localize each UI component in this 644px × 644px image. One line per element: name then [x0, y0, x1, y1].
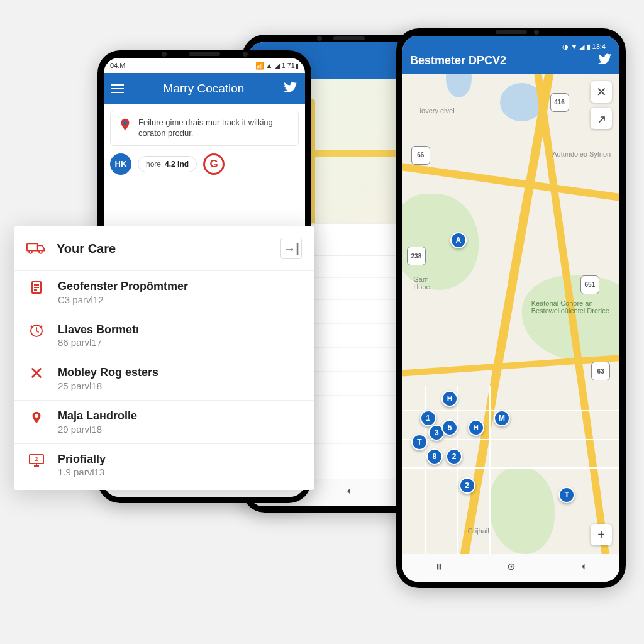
map-pin[interactable]: H — [441, 391, 458, 407]
pin-icon — [28, 409, 45, 426]
route-shield: 238 — [407, 247, 426, 265]
chip-row: HK hore 4.2 Ind G — [104, 152, 305, 181]
refresh-icon[interactable]: G — [203, 153, 225, 175]
item-title: Maja Lанdrolle — [58, 409, 137, 423]
item-title: Llaves Bormetı — [58, 323, 139, 336]
nav-recents-icon[interactable] — [433, 561, 445, 575]
item-title: Geofenster Propômtmer — [58, 280, 188, 293]
monitor-icon: 2 — [28, 453, 45, 468]
status-right: ◑ ▼ ◢ ▮ 13:4 — [562, 43, 606, 51]
map-label: Keatorial Conore an Bestowelloûlentel Dr… — [531, 299, 613, 314]
app-title: Marry Cocation — [131, 82, 276, 96]
map-pin[interactable]: H — [468, 419, 484, 436]
map-label: Autondoleo Syfnon — [541, 150, 611, 158]
svg-point-11 — [39, 250, 42, 253]
route-shield: 63 — [591, 362, 610, 380]
location-pin-icon — [118, 118, 132, 131]
svg-rect-0 — [437, 564, 438, 570]
x-icon — [28, 366, 45, 380]
truck-icon — [26, 240, 45, 258]
map-pin[interactable]: 2 — [446, 448, 462, 465]
statusbar-p3: ◑ ▼ ◢ ▮ 13:4 — [410, 41, 612, 52]
nav-home-icon[interactable] — [506, 561, 517, 575]
title-p3: Bestmeter DPCV2 — [410, 54, 598, 67]
svg-point-14 — [35, 414, 38, 418]
card-title: Your Care — [57, 242, 116, 256]
svg-text:2: 2 — [35, 456, 38, 462]
svg-point-10 — [29, 250, 32, 253]
status-time: 04.M — [110, 62, 125, 69]
your-care-card: Your Care →| Geofenster Propômtmer C3 pa… — [14, 226, 314, 490]
close-button[interactable]: ✕ — [591, 81, 612, 103]
map-pin[interactable]: M — [494, 410, 510, 426]
share-button[interactable] — [591, 108, 612, 129]
route-shield: 416 — [550, 93, 569, 112]
twitter-icon[interactable] — [598, 52, 612, 69]
twitter-icon[interactable] — [284, 80, 297, 97]
appbar-p1: Marry Cocation — [104, 73, 305, 104]
statusbar-p1: 04.M 📶▲ ◢ 1 71▮ — [104, 58, 305, 73]
android-nav — [402, 554, 619, 582]
status-right: ▲ ◢ 1 71▮ — [266, 62, 299, 70]
doc-icon — [28, 280, 45, 295]
list-item[interactable]: Mobley Rog esters 25 parvl18 — [14, 357, 314, 400]
map-pin[interactable]: 1 — [420, 410, 436, 426]
item-subtitle: C3 parvl12 — [58, 294, 188, 305]
map-label: lovery eivel — [420, 107, 455, 114]
route-shield: 651 — [580, 275, 599, 294]
svg-rect-9 — [27, 243, 38, 250]
route-shield: 66 — [411, 146, 430, 165]
list-item[interactable]: 2 Priofially 1.9 parvl13 — [14, 444, 314, 487]
map-p3[interactable]: ✕ + 416 66 238 651 63 lovery eivel Auton… — [402, 74, 619, 554]
map-pin[interactable]: 5 — [441, 419, 458, 436]
card-header: Your Care →| — [14, 226, 314, 270]
map-label: Garn Hope — [413, 275, 445, 291]
item-subtitle: 1.9 parvl13 — [58, 467, 106, 477]
phone-right: ◑ ▼ ◢ ▮ 13:4 Bestmeter DPCV2 — [396, 28, 626, 588]
chip-value: 4.2 Ind — [165, 160, 189, 169]
map-pin[interactable]: T — [558, 487, 575, 503]
chip-rating[interactable]: hore 4.2 Ind — [138, 156, 197, 172]
list-item[interactable]: Llaves Bormetı 86 parvl17 — [14, 314, 314, 357]
map-label: Grijhail — [468, 527, 489, 535]
list-item[interactable]: Maja Lанdrolle 29 parvl18 — [14, 401, 314, 443]
menu-icon[interactable] — [111, 84, 124, 93]
zoom-in-button[interactable]: + — [591, 524, 612, 545]
chip-hk[interactable]: HK — [110, 153, 131, 175]
map-pin[interactable]: 8 — [426, 448, 443, 465]
list-item[interactable]: Geofenster Propômtmer C3 parvl12 — [14, 271, 314, 314]
item-subtitle: 25 parvl18 — [58, 380, 158, 391]
item-subtitle: 86 parvl17 — [58, 337, 139, 348]
svg-point-3 — [510, 566, 512, 568]
map-pin[interactable]: T — [411, 434, 428, 450]
svg-rect-1 — [439, 564, 440, 570]
item-title: Priofially — [58, 453, 106, 466]
chip-hore-label: hore — [146, 160, 161, 169]
nav-back-icon[interactable] — [343, 486, 355, 499]
appbar-p3: ◑ ▼ ◢ ▮ 13:4 Bestmeter DPCV2 — [402, 36, 619, 74]
info-card: Feilure gime drais mur track it wilking … — [110, 111, 299, 146]
svg-point-4 — [123, 121, 127, 125]
map-pin[interactable]: A — [450, 232, 467, 248]
map-pin[interactable]: 2 — [459, 477, 475, 494]
info-text: Feilure gime drais mur track it wilking … — [138, 118, 291, 139]
item-subtitle: 29 parvl18 — [58, 424, 137, 435]
item-title: Mobley Rog esters — [58, 366, 158, 379]
collapse-button[interactable]: →| — [280, 238, 302, 259]
clock-icon — [28, 323, 45, 338]
nav-back-icon[interactable] — [578, 561, 589, 575]
